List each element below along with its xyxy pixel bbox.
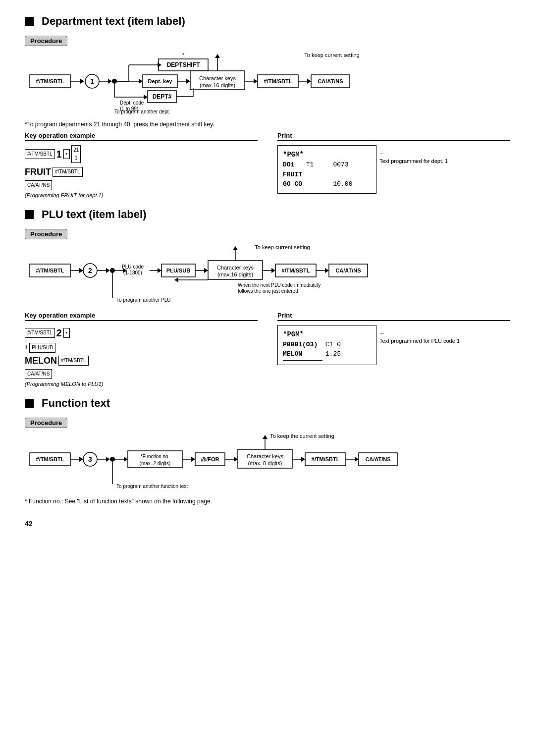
- dept-key-example-title: Key operation example: [25, 132, 258, 141]
- svg-marker-33: [307, 79, 311, 84]
- svg-marker-7: [80, 79, 84, 84]
- flow-diagram-dept: * DEPTSHIFT To keep current setting #/TM…: [25, 50, 510, 116]
- plu-print-with-note: *PGM* P0001(O3) C1 0 MELON 1.25 ← Text p…: [277, 325, 510, 365]
- dept-key-example: Key operation example #/TM/SBTL 1 • 21 1…: [25, 132, 258, 198]
- svg-text:1: 1: [90, 77, 94, 85]
- section-function: Function text Procedure To keep the curr…: [25, 397, 510, 505]
- section-dept: Department text (item label) Procedure *…: [25, 15, 510, 198]
- flow-svg-plu: To keep current setting #/TM/SBTL 2: [25, 243, 500, 305]
- key-2: 2: [56, 325, 62, 341]
- svg-text:To program another dept.: To program another dept.: [114, 109, 170, 114]
- flow-diagram-plu: To keep current setting #/TM/SBTL 2: [25, 243, 510, 307]
- svg-marker-80: [325, 268, 329, 273]
- procedure-badge-function: Procedure: [25, 418, 67, 428]
- section-title-plu: PLU text (item label): [25, 208, 510, 221]
- svg-text:@/FOR: @/FOR: [201, 456, 219, 462]
- svg-marker-27: [215, 54, 220, 58]
- svg-marker-89: [79, 457, 83, 462]
- svg-text:3: 3: [88, 455, 92, 463]
- svg-text:#/TM/SBTL: #/TM/SBTL: [264, 78, 292, 84]
- key-tm-sbtl-2: #/TM/SBTL: [53, 167, 83, 177]
- svg-marker-22: [186, 79, 190, 84]
- key-tm-sbtl-plu2: #/TM/SBTL: [58, 356, 89, 366]
- dept-print-line2: DO1 T1 0073: [283, 160, 371, 170]
- key-fruit: FRUIT: [25, 165, 51, 179]
- svg-marker-110: [263, 435, 268, 439]
- section-title-function: Function text: [25, 397, 510, 410]
- key-tm-sbtl-1: #/TM/SBTL: [25, 149, 55, 159]
- svg-text:Character keys: Character keys: [199, 75, 236, 81]
- dept-caption: (Programming FRUIT for dept.1): [25, 192, 258, 198]
- svg-text:When the next PLU code immedia: When the next PLU code immediately: [238, 282, 321, 288]
- svg-marker-29: [254, 79, 258, 84]
- section-plu: PLU text (item label) Procedure To keep …: [25, 208, 510, 387]
- plu-print-line1: *PGM*: [283, 329, 371, 340]
- svg-point-94: [110, 457, 115, 462]
- key-plu-sub: PLU/SUB: [29, 343, 55, 353]
- svg-text:To program another function te: To program another function text: [116, 484, 188, 489]
- svg-text:To keep the current setting: To keep the current setting: [270, 433, 334, 439]
- flow-svg-function: To keep the current setting #/TM/SBTL 3: [25, 432, 500, 491]
- svg-marker-11: [108, 79, 112, 84]
- page-number: 42: [25, 520, 510, 528]
- svg-text:Dept. code: Dept. code: [120, 100, 144, 106]
- svg-marker-76: [271, 268, 275, 273]
- dept-print-with-note: *PGM* DO1 T1 0073 FRUIT GO CO 10.00 ← Te…: [277, 145, 510, 194]
- flow-diagram-function: To keep the current setting #/TM/SBTL 3: [25, 432, 510, 493]
- svg-text:PLU/SUB: PLU/SUB: [166, 268, 190, 273]
- svg-text:#/TM/SBTL: #/TM/SBTL: [36, 78, 64, 84]
- svg-text:CA/AT/NS: CA/AT/NS: [365, 456, 390, 462]
- dept-print-line4: GO CO 10.00: [283, 179, 371, 189]
- svg-text:PLU code: PLU code: [122, 264, 144, 270]
- svg-text:(max. 2 digits): (max. 2 digits): [140, 461, 171, 466]
- svg-marker-101: [191, 457, 195, 462]
- svg-text:#/TM/SBTL: #/TM/SBTL: [36, 456, 64, 462]
- dept-print-area: *PGM* DO1 T1 0073 FRUIT GO CO 10.00: [277, 145, 376, 194]
- key-ca-at-ns-1: CA/AT/NS: [25, 180, 52, 190]
- dept-print-line3: FRUIT: [283, 170, 371, 180]
- svg-text:follows the one just entered: follows the one just entered: [238, 288, 298, 294]
- dept-key-op-area: #/TM/SBTL 1 • 21 1 FRUIT #/TM/SBTL CA/AT…: [25, 145, 258, 190]
- plu-key-example: Key operation example #/TM/SBTL 2 • 1 PL…: [25, 312, 258, 387]
- key-tm-sbtl-plu1: #/TM/SBTL: [25, 328, 55, 338]
- svg-marker-93: [106, 457, 110, 462]
- dept-print-title: Print: [277, 132, 510, 141]
- plu-key-op-area: #/TM/SBTL 2 • 1 PLU/SUB MELON #/TM/SBTL …: [25, 325, 258, 379]
- svg-text:CA/AT/NS: CA/AT/NS: [318, 78, 343, 84]
- svg-text:CA/AT/NS: CA/AT/NS: [335, 268, 361, 273]
- svg-text:Character keys: Character keys: [217, 265, 254, 270]
- svg-point-55: [110, 268, 115, 273]
- svg-text:#/TM/SBTL: #/TM/SBTL: [312, 456, 340, 462]
- plu-print-area: *PGM* P0001(O3) C1 0 MELON 1.25: [277, 325, 376, 365]
- svg-marker-18: [139, 79, 143, 84]
- dept-footnote: *To program departments 21 through 40, p…: [25, 121, 510, 128]
- svg-text:To keep current setting: To keep current setting: [255, 244, 310, 250]
- section-title-dept: Department text (item label): [25, 15, 510, 28]
- svg-marker-50: [79, 268, 83, 273]
- svg-text:(max.16 digits): (max.16 digits): [217, 271, 253, 277]
- plu-examples-row: Key operation example #/TM/SBTL 2 • 1 PL…: [25, 312, 510, 387]
- svg-point-12: [112, 79, 117, 84]
- key-dot-plu: •: [63, 328, 70, 338]
- svg-text:To program another PLU: To program another PLU: [116, 297, 171, 303]
- plu-caption: (Programming MELON to PLU1): [25, 381, 258, 387]
- svg-marker-65: [204, 268, 208, 273]
- dept-print-note: ← Text programmed for dept. 1: [379, 150, 448, 165]
- svg-text:To keep current setting: To keep current setting: [304, 52, 359, 58]
- plu-print-line2: P0001(O3) C1 0: [283, 340, 371, 350]
- key-ca-at-ns-plu: CA/AT/NS: [25, 369, 52, 379]
- dept-examples-row: Key operation example #/TM/SBTL 1 • 21 1…: [25, 132, 510, 198]
- dept-print-line1: *PGM*: [283, 150, 371, 160]
- svg-marker-40: [144, 95, 148, 100]
- svg-text:#/TM/SBTL: #/TM/SBTL: [36, 268, 64, 273]
- svg-marker-72: [174, 277, 178, 282]
- function-footnote: * Function no.: See "List of function te…: [25, 498, 510, 505]
- svg-marker-96: [124, 457, 128, 462]
- svg-text:Dept. key: Dept. key: [148, 78, 173, 84]
- svg-text:DEPTSHIFT: DEPTSHIFT: [167, 61, 200, 68]
- svg-marker-54: [106, 268, 110, 273]
- dept-print-example: Print *PGM* DO1 T1 0073 FRUIT GO CO 10.0…: [277, 132, 510, 194]
- svg-text:(max. 8 digits): (max. 8 digits): [248, 460, 282, 466]
- svg-text:*: *: [182, 52, 185, 58]
- procedure-badge-plu: Procedure: [25, 229, 67, 239]
